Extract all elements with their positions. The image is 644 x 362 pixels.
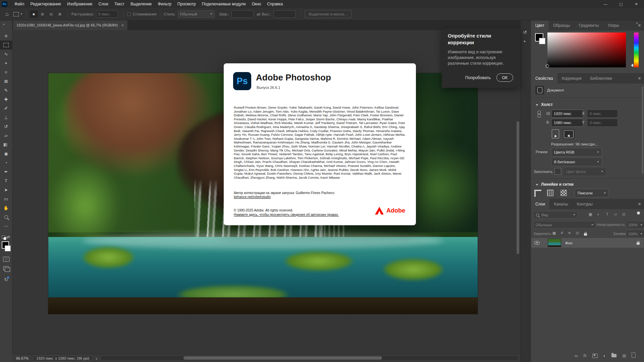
filter-pixel-layers-icon[interactable]: ▦ [589,212,592,217]
style-dropdown[interactable]: Обычный [178,10,215,18]
minimize-button[interactable]: — [598,0,613,8]
background-color-swatch[interactable] [5,245,11,251]
tab-libraries[interactable]: Библиотеки [586,73,616,83]
toolbar-collapse-icon[interactable]: » [3,22,4,26]
layer-visibility-icon[interactable] [534,240,540,246]
menu-item-3[interactable]: Слои [96,0,111,8]
eraser-tool[interactable]: ▱ [0,131,12,140]
layer-effects-icon[interactable]: fx [583,353,586,358]
panel-menu-icon[interactable]: ≡ [638,201,641,206]
opacity-field[interactable]: 100% [626,221,644,229]
color-cursor[interactable] [546,64,549,68]
swap-colors-icon[interactable]: ⇄ [6,235,10,239]
height-input[interactable] [273,10,296,18]
menu-item-6[interactable]: Фильтр [155,0,174,8]
layer-row-background[interactable]: Фон [531,238,644,248]
brush-tool[interactable]: ✐ [0,104,12,113]
new-group-icon[interactable] [611,354,616,357]
tab-patterns[interactable]: Узоры [603,20,624,31]
filter-shape-layers-icon[interactable]: ▱ [614,212,617,217]
blur-tool[interactable]: ◉ [0,149,12,158]
default-and-swap-colors[interactable]: ⇄ [0,235,12,239]
frame-tool[interactable]: ⊠ [0,77,12,86]
background-color-swatch[interactable] [539,38,545,44]
transparency-grid-icon[interactable] [560,190,567,196]
selection-mode-intersect[interactable]: ⊠ [56,10,64,18]
tab-layers[interactable]: Слои [531,199,549,209]
artist-link[interactable]: behance.net/orbehstudio [234,195,271,199]
color-mode-dropdown[interactable]: Цвета RGB [551,148,602,157]
canvas-width-field[interactable]: 1920 пикс [551,110,583,118]
menu-item-7[interactable]: Просмотр [174,0,199,8]
bit-depth-dropdown[interactable]: 8 бит/канал [551,158,602,166]
canvas-x-field[interactable]: 0 пикс. [587,110,618,118]
lasso-tool[interactable]: ∿ [0,50,12,59]
lock-paint-icon[interactable]: ✐ [560,231,564,235]
document-tab[interactable]: 1920x1080_1658248_[www.ArtFile.ru].jpg @… [13,20,128,30]
selection-mode-subtract[interactable]: ⊟ [47,10,55,18]
home-icon[interactable]: ⌂ [5,11,9,17]
vertical-scrollbar[interactable] [517,121,519,254]
dock-collapse-icon[interactable]: » [636,21,638,25]
status-chevron-right-icon[interactable]: › [96,356,97,361]
close-tab-icon[interactable]: ✕ [121,23,124,27]
maximize-button[interactable]: ▢ [613,0,629,8]
blend-mode-dropdown[interactable]: Обычные [533,221,596,229]
adjustment-layer-icon[interactable]: ◐ [603,353,606,358]
tab-paths[interactable]: Контуры [573,199,597,209]
tool-preset[interactable] [13,12,22,16]
lock-position-icon[interactable]: ✛ [568,231,571,235]
menu-item-1[interactable]: Редактирование [28,0,64,8]
delete-layer-icon[interactable] [632,354,636,358]
tab-channels[interactable]: Каналы [549,199,573,209]
filter-adjustment-layers-icon[interactable]: ◐ [597,212,600,216]
swap-width-height-icon[interactable]: ⇄ [257,12,261,17]
menu-item-5[interactable]: Выделение [127,0,155,8]
hue-slider[interactable] [634,33,639,67]
fill-dropdown[interactable]: Цвет фона [563,167,606,176]
crop-tool[interactable]: ⌗ [0,68,12,77]
dodge-tool[interactable]: ◔ [0,158,12,167]
type-tool[interactable]: T [0,176,12,185]
panel-scrollbar[interactable] [642,86,643,174]
hue-slider-handle[interactable] [631,64,633,67]
filter-type-layers-icon[interactable]: T [606,212,608,216]
lock-transparency-icon[interactable]: ▦ [552,231,556,235]
object-selection-tool[interactable]: ⌖ [0,59,12,68]
path-selection-tool[interactable]: ➤ [0,185,12,194]
gradient-tool[interactable] [0,140,12,149]
fill-color-swatch[interactable] [554,168,561,175]
selection-mode-new[interactable]: ■ [30,10,38,18]
add-mask-icon[interactable] [592,354,598,358]
fill-field[interactable]: 100% [626,230,644,238]
menu-item-10[interactable]: Справка [264,0,286,8]
tab-adjustments[interactable]: Коррекция [557,73,586,83]
tab-gradients[interactable]: Градиенты [574,20,603,31]
feather-input[interactable]: 0 пикс. [96,10,118,18]
default-colors-icon[interactable] [2,236,5,239]
layer-filter-dropdown[interactable]: Вид [533,211,578,219]
menu-item-4[interactable]: Текст [111,0,127,8]
share-button[interactable]: ↻ [0,277,12,282]
pen-tool[interactable]: ✒ [0,167,12,176]
rectangle-tool[interactable]: ▭ [0,194,12,203]
tab-color[interactable]: Цвет [531,20,549,31]
history-brush-tool[interactable]: ↺ [0,122,12,131]
ok-button[interactable]: ОК [496,73,513,82]
zoom-tool[interactable] [0,213,12,222]
canvas-height-field[interactable]: 1080 пикс [551,119,583,127]
layer-thumbnail[interactable] [548,239,561,247]
portrait-orientation-button[interactable] [552,129,559,138]
healing-brush-tool[interactable]: ✚ [0,95,12,104]
layer-name[interactable]: Фон [565,241,573,245]
marquee-tool[interactable] [0,41,12,50]
quick-mask[interactable] [0,257,12,262]
horizontal-scrollbar[interactable] [183,356,382,360]
canvas-section-header[interactable]: Холст [536,101,553,107]
menu-item-2[interactable]: Изображение [64,0,96,8]
menu-item-0[interactable]: Файл [11,0,28,8]
lock-artboard-icon[interactable]: ⊡ [576,231,579,235]
link-layers-icon[interactable]: ∞ [575,353,578,358]
rulers-icon[interactable] [534,190,541,197]
panel-menu-icon[interactable]: ≡ [638,23,641,28]
